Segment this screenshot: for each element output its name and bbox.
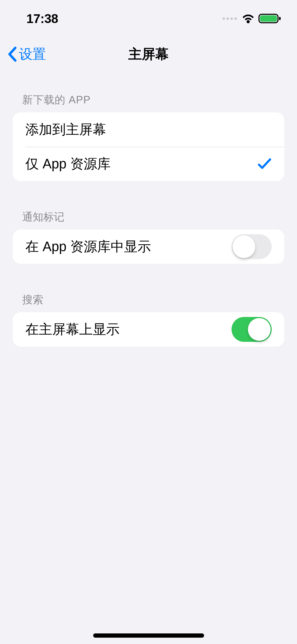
home-indicator: [93, 633, 204, 638]
toggle-knob: [248, 318, 271, 341]
toggle-knob: [233, 235, 255, 258]
toggle-show-on-home[interactable]: [232, 317, 272, 342]
option-label: 添加到主屏幕: [25, 121, 106, 139]
row-show-on-home: 在主屏幕上显示: [13, 312, 284, 347]
checkmark-icon: [257, 157, 272, 171]
section-header-badges: 通知标记: [13, 210, 284, 229]
nav-bar: 设置 主屏幕: [0, 37, 297, 71]
section-header-search: 搜索: [13, 292, 284, 312]
row-show-in-app-library: 在 App 资源库中显示: [13, 229, 284, 264]
option-app-library-only[interactable]: 仅 App 资源库: [13, 147, 284, 181]
battery-icon: [258, 13, 281, 24]
option-add-to-home[interactable]: 添加到主屏幕: [13, 112, 284, 147]
option-label: 仅 App 资源库: [25, 155, 111, 173]
back-button[interactable]: 设置: [7, 45, 46, 63]
wifi-icon: [242, 13, 255, 24]
svg-rect-1: [260, 15, 277, 22]
group-badges: 在 App 资源库中显示: [13, 229, 284, 264]
status-icons: [223, 13, 281, 24]
svg-rect-2: [279, 17, 281, 20]
status-time: 17:38: [26, 11, 58, 26]
content: 新下载的 APP 添加到主屏幕 仅 App 资源库 通知标记 在 App 资源库…: [0, 71, 297, 347]
back-label: 设置: [19, 45, 46, 63]
row-label: 在主屏幕上显示: [25, 320, 120, 339]
group-new-apps: 添加到主屏幕 仅 App 资源库: [13, 112, 284, 181]
status-bar: 17:38: [0, 0, 297, 37]
cellular-dots-icon: [223, 17, 237, 20]
chevron-left-icon: [7, 46, 17, 62]
section-header-new-apps: 新下载的 APP: [13, 93, 284, 112]
group-search: 在主屏幕上显示: [13, 312, 284, 347]
row-label: 在 App 资源库中显示: [25, 238, 151, 256]
toggle-show-in-app-library[interactable]: [232, 234, 272, 259]
